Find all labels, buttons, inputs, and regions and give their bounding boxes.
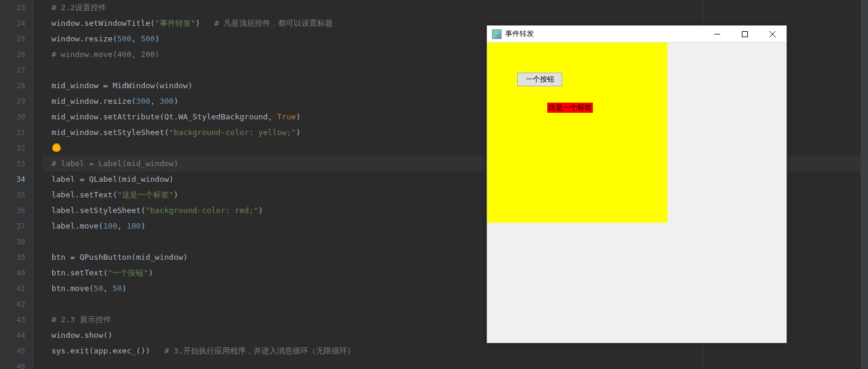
svg-rect-1 [742, 31, 748, 37]
line-number: 39 [0, 250, 25, 265]
lightbulb-icon[interactable] [52, 143, 61, 152]
line-number: 23 [0, 0, 25, 16]
line-number: 29 [0, 94, 25, 109]
line-number: 44 [0, 328, 25, 343]
line-number: 37 [0, 218, 25, 234]
window-icon [492, 29, 502, 39]
code-line: # 2.2设置控件 [42, 0, 868, 16]
line-number: 26 [0, 47, 25, 62]
mid-window-widget: 一个按钮 这是一个标签 [487, 43, 667, 223]
line-number: 41 [0, 281, 25, 296]
line-number: 45 [0, 343, 25, 359]
window-title: 事件转发 [505, 29, 703, 39]
line-number: 31 [0, 125, 25, 140]
line-number: 30 [0, 109, 25, 125]
label-widget: 这是一个标签 [547, 103, 593, 113]
close-button[interactable] [759, 26, 786, 42]
vertical-scrollbar[interactable] [861, 0, 868, 369]
line-number: 33 [0, 156, 25, 172]
maximize-button[interactable] [731, 26, 759, 42]
line-number: 25 [0, 31, 25, 47]
line-number: 42 [0, 296, 25, 312]
code-line: sys.exit(app.exec_()) # 3.开始执行应用程序，并进入消息… [42, 343, 868, 359]
line-number: 24 [0, 16, 25, 31]
line-number: 38 [0, 234, 25, 250]
push-button[interactable]: 一个按钮 [517, 73, 562, 86]
line-number: 32 [0, 140, 25, 156]
window-client-area: 一个按钮 这是一个标签 [487, 43, 786, 343]
line-number: 34 [0, 172, 25, 187]
line-number: 35 [0, 187, 25, 203]
line-number: 46 [0, 359, 25, 369]
qt-application-window[interactable]: 事件转发 一个按钮 这是一个标签 [487, 25, 787, 343]
line-number: 28 [0, 78, 25, 94]
minimize-button[interactable] [703, 26, 731, 42]
line-number: 36 [0, 203, 25, 218]
line-number: 27 [0, 62, 25, 78]
minimize-icon [714, 31, 720, 37]
line-number: 40 [0, 265, 25, 281]
titlebar[interactable]: 事件转发 [487, 26, 786, 43]
maximize-icon [742, 31, 748, 37]
window-controls [703, 26, 786, 42]
line-number: 43 [0, 312, 25, 328]
close-icon [769, 31, 775, 37]
line-number-gutter: 2324252627282930313233343536373839404142… [0, 0, 33, 369]
